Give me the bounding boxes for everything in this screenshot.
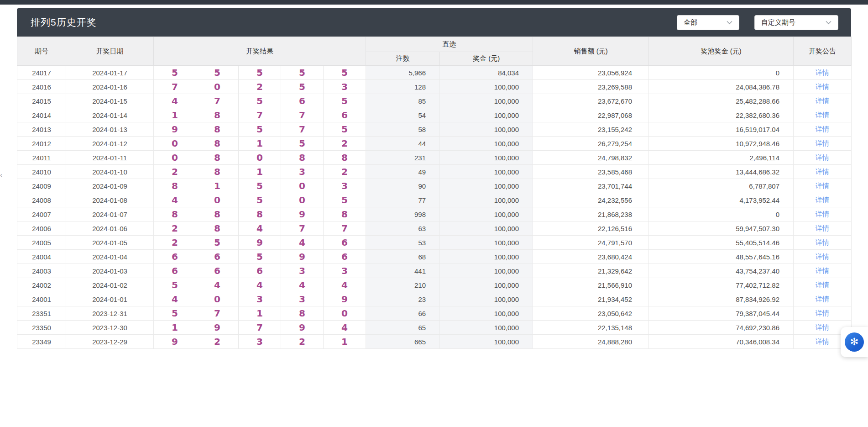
detail-link[interactable]: 详情 [816, 281, 829, 289]
cell-digit-5: 5 [324, 66, 366, 80]
cell-jackpot: 24,084,386.78 [649, 80, 794, 94]
table-row: 24003 2024-01-03 6 6 6 3 3 441 100,000 2… [17, 264, 852, 278]
cell-announcement: 详情 [794, 94, 852, 108]
cell-digit-4: 9 [281, 250, 324, 264]
cell-prize: 100,000 [440, 292, 533, 306]
cell-digit-1: 1 [154, 108, 196, 122]
cell-prize: 100,000 [440, 151, 533, 165]
cell-sales: 24,798,832 [533, 151, 649, 165]
cell-sales: 23,701,744 [533, 179, 649, 193]
detail-link[interactable]: 详情 [816, 309, 829, 317]
filter-dropdown-all[interactable]: 全部 [677, 15, 739, 30]
dropdown-all-label: 全部 [684, 18, 697, 27]
detail-link[interactable]: 详情 [816, 224, 829, 232]
cell-digit-3: 6 [239, 264, 281, 278]
cell-digit-4: 5 [281, 137, 324, 151]
detail-link[interactable]: 详情 [816, 97, 829, 105]
cell-issue: 24010 [17, 165, 66, 179]
cell-digit-2: 0 [196, 193, 239, 207]
cell-digit-5: 6 [324, 250, 366, 264]
cell-digit-5: 3 [324, 179, 366, 193]
cell-digit-5: 1 [324, 335, 366, 349]
cell-digit-5: 3 [324, 80, 366, 94]
cell-bets: 53 [366, 236, 440, 250]
cell-sales: 21,566,910 [533, 278, 649, 292]
cell-issue: 24014 [17, 108, 66, 122]
detail-link[interactable]: 详情 [816, 337, 829, 345]
cell-digit-4: 7 [281, 108, 324, 122]
cell-digit-3: 5 [239, 94, 281, 108]
cell-digit-3: 5 [239, 250, 281, 264]
cell-jackpot: 16,519,017.04 [649, 122, 794, 137]
cell-jackpot: 48,557,645.16 [649, 250, 794, 264]
cell-digit-2: 7 [196, 306, 239, 321]
detail-link[interactable]: 详情 [816, 83, 829, 90]
cell-prize: 84,034 [440, 66, 533, 80]
cell-sales: 23,155,242 [533, 122, 649, 137]
cell-digit-1: 4 [154, 193, 196, 207]
cell-digit-3: 0 [239, 151, 281, 165]
cell-digit-4: 5 [281, 66, 324, 80]
cell-prize: 100,000 [440, 236, 533, 250]
detail-link[interactable]: 详情 [816, 69, 829, 76]
cell-digit-4: 0 [281, 179, 324, 193]
cell-digit-1: 8 [154, 207, 196, 221]
cell-sales: 23,680,424 [533, 250, 649, 264]
cell-sales: 23,672,670 [533, 94, 649, 108]
detail-link[interactable]: 详情 [816, 323, 829, 331]
cell-digit-1: 1 [154, 321, 196, 335]
detail-link[interactable]: 详情 [816, 139, 829, 147]
cell-date: 2024-01-14 [66, 108, 154, 122]
cell-digit-3: 3 [239, 335, 281, 349]
cell-digit-3: 5 [239, 193, 281, 207]
cell-issue: 24015 [17, 94, 66, 108]
detail-link[interactable]: 详情 [816, 196, 829, 204]
left-edge-collapse-icon[interactable]: ‹ [0, 170, 5, 180]
cell-digit-3: 9 [239, 236, 281, 250]
cell-digit-1: 0 [154, 151, 196, 165]
cell-sales: 23,269,588 [533, 80, 649, 94]
cell-jackpot: 25,482,288.66 [649, 94, 794, 108]
header-date: 开奖日期 [66, 37, 154, 66]
cell-digit-4: 4 [281, 278, 324, 292]
cell-sales: 24,888,280 [533, 335, 649, 349]
cell-announcement: 详情 [794, 221, 852, 236]
table-row: 24009 2024-01-09 8 1 5 0 3 90 100,000 23… [17, 179, 852, 193]
cell-digit-5: 5 [324, 94, 366, 108]
filter-dropdown-issue-range[interactable]: 自定义期号 [754, 15, 838, 30]
cell-digit-2: 6 [196, 250, 239, 264]
cell-issue: 24016 [17, 80, 66, 94]
cell-prize: 100,000 [440, 122, 533, 137]
detail-link[interactable]: 详情 [816, 295, 829, 303]
cell-digit-1: 9 [154, 122, 196, 137]
detail-link[interactable]: 详情 [816, 153, 829, 161]
cell-prize: 100,000 [440, 221, 533, 236]
detail-link[interactable]: 详情 [816, 168, 829, 175]
cell-digit-4: 9 [281, 321, 324, 335]
filter-group: 全部 自定义期号 [677, 15, 838, 30]
table-row: 23350 2023-12-30 1 9 7 9 4 65 100,000 22… [17, 321, 852, 335]
cell-date: 2024-01-08 [66, 193, 154, 207]
detail-link[interactable]: 详情 [816, 267, 829, 274]
cell-bets: 66 [366, 306, 440, 321]
cell-sales: 24,232,556 [533, 193, 649, 207]
cell-announcement: 详情 [794, 66, 852, 80]
detail-link[interactable]: 详情 [816, 238, 829, 246]
cell-digit-4: 4 [281, 236, 324, 250]
screen: ‹ 排列5历史开奖 全部 自定义期号 [0, 0, 868, 427]
detail-link[interactable]: 详情 [816, 111, 829, 119]
cell-sales: 22,987,068 [533, 108, 649, 122]
header-announcement: 开奖公告 [794, 37, 852, 66]
cell-digit-1: 2 [154, 165, 196, 179]
detail-link[interactable]: 详情 [816, 253, 829, 260]
cell-issue: 23350 [17, 321, 66, 335]
detail-link[interactable]: 详情 [816, 125, 829, 133]
table-row: 24017 2024-01-17 5 5 5 5 5 5,966 84,034 … [17, 66, 852, 80]
detail-link[interactable]: 详情 [816, 210, 829, 218]
cell-prize: 100,000 [440, 193, 533, 207]
detail-link[interactable]: 详情 [816, 182, 829, 190]
floating-service-button[interactable]: ✻ [841, 327, 868, 357]
cell-digit-4: 9 [281, 207, 324, 221]
dropdown-issue-range-label: 自定义期号 [761, 18, 795, 27]
cell-bets: 210 [366, 278, 440, 292]
